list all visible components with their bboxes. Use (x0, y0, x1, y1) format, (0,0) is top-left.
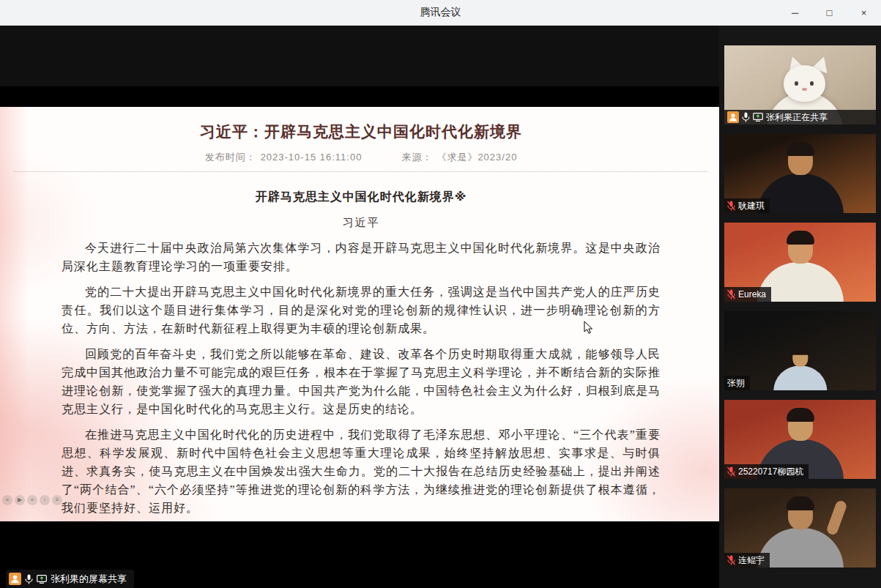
screen-share-icon (753, 113, 763, 122)
mic-muted-icon (727, 555, 735, 565)
source-label: 来源： (401, 152, 432, 163)
sharing-label-icons (727, 111, 763, 123)
window-controls: ─ □ × (778, 0, 881, 26)
participant-name: 连鲲宇 (738, 554, 765, 566)
participant-name: 耿建琪 (738, 200, 765, 212)
article-author: 习近平 (62, 216, 661, 230)
meeting-main: 习近平：开辟马克思主义中国化时代化新境界 发布时间：2023-10-15 16:… (0, 26, 881, 588)
publish-time-label: 发布时间： (205, 152, 256, 163)
letterbox-top (0, 86, 719, 107)
article-meta: 发布时间：2023-10-15 16:11:00来源：《求是》2023/20 (62, 151, 661, 164)
participant-tile[interactable]: 张朔 (724, 311, 876, 390)
mic-muted-icon (727, 201, 735, 211)
participant-label: 张朔 (724, 376, 750, 390)
participant-label: 张利果正在共享 (724, 110, 876, 124)
titlebar[interactable]: 腾讯会议 ─ □ × (0, 0, 881, 26)
share-badge-text: 张利果的屏幕共享 (51, 573, 127, 586)
shared-document-page: 习近平：开辟马克思主义中国化时代化新境界 发布时间：2023-10-15 16:… (0, 107, 719, 521)
participant-tile[interactable]: 张利果正在共享 (724, 45, 876, 124)
participant-label: 耿建琪 (724, 198, 770, 213)
article-paragraph: 在推进马克思主义中国化时代化的历史进程中，我们党取得了毛泽东思想、邓小平理论、“… (62, 425, 661, 517)
participant-tile[interactable]: Eureka (724, 223, 876, 302)
shared-player-button-0: « (2, 495, 12, 505)
mic-muted-icon (727, 289, 735, 299)
shared-player-button-4: ≡ (52, 495, 62, 505)
close-button[interactable]: × (847, 0, 881, 25)
participant-label: 连鲲宇 (724, 553, 770, 567)
member-icon (727, 111, 739, 123)
participant-name: 张利果正在共享 (766, 111, 828, 123)
screen-share-badge: 张利果的屏幕共享 (6, 570, 134, 588)
article-body: 今天进行二十届中央政治局第六次集体学习，内容是开辟马克思主义中国化时代化新境界。… (62, 239, 661, 517)
shared-player-button-3: ◦ (40, 495, 50, 505)
article-title: 习近平：开辟马克思主义中国化时代化新境界 (62, 122, 661, 142)
shared-screen-area[interactable]: 习近平：开辟马克思主义中国化时代化新境界 发布时间：2023-10-15 16:… (0, 26, 719, 588)
maximize-button[interactable]: □ (812, 0, 847, 25)
screen-share-icon (37, 575, 47, 584)
participant-tile[interactable]: 连鲲宇 (724, 488, 876, 567)
article-paragraph: 回顾党的百年奋斗史，我们党之所以能够在革命、建设、改革各个历史时期取得重大成就，… (62, 345, 661, 418)
participant-tile[interactable]: 25220717柳园杭 (724, 400, 876, 479)
mic-on-icon (742, 112, 750, 122)
shared-audio-player: «▶»◦≡ (2, 495, 62, 505)
shared-player-button-1: ▶ (15, 495, 25, 505)
participant-tile[interactable]: 耿建琪 (724, 134, 876, 213)
mic-muted-icon (727, 466, 735, 477)
article-paragraph: 党的二十大提出开辟马克思主义中国化时代化新境界的重大任务，强调这是当代中国共产党… (62, 283, 661, 338)
participant-name: Eureka (738, 289, 766, 300)
minimize-button[interactable]: ─ (778, 0, 812, 25)
source-value: 《求是》2023/20 (436, 152, 517, 163)
meeting-window: 腾讯会议 ─ □ × 习近平：开辟马克思主义中国化时代化新境界 发布时间：202… (0, 0, 881, 588)
shared-player-button-2: » (27, 495, 37, 505)
participant-name: 张朔 (727, 377, 745, 389)
mouse-cursor-icon (584, 321, 593, 338)
person-video-avatar (753, 341, 847, 390)
article-paragraph: 今天进行二十届中央政治局第六次集体学习，内容是开辟马克思主义中国化时代化新境界。… (62, 239, 661, 275)
member-icon (9, 573, 21, 585)
participant-label: Eureka (724, 287, 771, 302)
participant-label: 25220717柳园杭 (724, 464, 808, 479)
mic-on-icon (25, 574, 33, 584)
window-title: 腾讯会议 (420, 6, 461, 19)
article: 习近平：开辟马克思主义中国化时代化新境界 发布时间：2023-10-15 16:… (0, 107, 719, 517)
participant-list: 张利果正在共享 (719, 26, 881, 588)
publish-time-value: 2023-10-15 16:11:00 (261, 152, 363, 163)
article-heading: 开辟马克思主义中国化时代化新境界※ (62, 190, 661, 205)
dotted-divider (13, 171, 707, 172)
participant-name: 25220717柳园杭 (738, 466, 803, 477)
